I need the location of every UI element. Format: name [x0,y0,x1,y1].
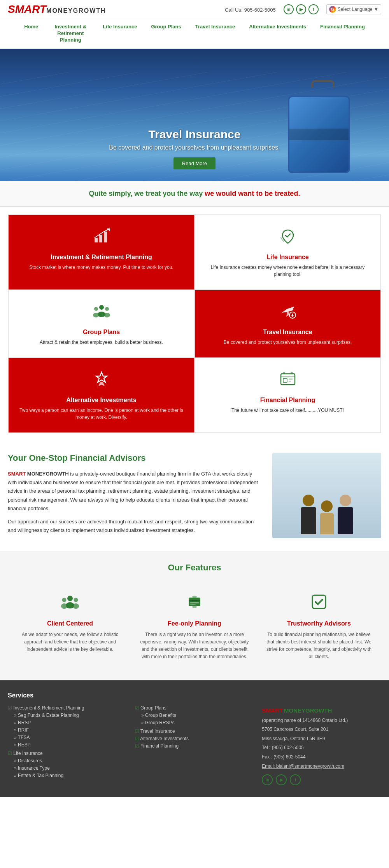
service-group-plans[interactable]: Group Plans Attract & retain the best em… [8,290,194,358]
feature-trustworthy: Trustworthy Advisors To build financial … [257,584,381,669]
travel-insurance-desc: Be covered and protect yourselves from u… [205,339,371,346]
svg-rect-15 [289,381,291,382]
features-title: Our Features [8,563,381,573]
footer-social-icons: in ▶ f [262,774,381,785]
footer: Services Investment & Retirement Plannin… [0,680,389,797]
footer-resp[interactable]: RESP [14,742,127,748]
about-body1-text: is a privately-owned boutique financial … [8,471,258,511]
feature-fee-only: Fee-only Planning There is a right way t… [132,584,257,669]
alt-investments-icon [18,370,184,392]
footer-address1: 5705 Cancross Court, Suite 201 [262,725,381,734]
footer-life-insurance-link[interactable]: Life Insurance [8,751,127,756]
footer-col2: Group Plans Group Benefits Group RRSPs T… [135,705,254,786]
svg-point-6 [105,307,109,311]
service-alternative-investments[interactable]: Alternative Investments Two ways a perso… [8,358,194,433]
footer-disclosures[interactable]: Disclosures [14,758,127,763]
linkedin-icon[interactable]: in [284,4,294,14]
trustworthy-icon [265,592,373,615]
footer-group-benefits[interactable]: Group Benefits [141,713,254,718]
call-label: Call Us: [225,7,243,13]
google-g-icon: G [329,6,336,13]
client-centered-desc: As we adapt to your needs, we follow a h… [16,631,124,654]
features-section: Our Features Client Centered As we adapt… [0,551,389,680]
group-plans-title: Group Plans [18,329,184,336]
nav-alternative-investments[interactable]: Alternative Investments [242,19,313,48]
footer-estate-tax[interactable]: Estate & Tax Planning [14,773,127,778]
svg-point-16 [283,372,285,374]
tagline-prefix: Quite simply, we treat you the way [89,190,205,197]
top-right: Call Us: 905-602-5005 in ▶ f G Select La… [225,4,381,14]
travel-insurance-title: Travel Insurance [205,329,371,336]
about-text: Your One-Stop Financial Advisors SMART M… [8,453,261,539]
main-nav: Home Investment & Retirement Planning Li… [0,19,389,49]
nav-home[interactable]: Home [17,19,45,48]
svg-point-22 [61,603,67,609]
footer-linkedin-icon[interactable]: in [262,774,273,785]
financial-planning-desc: The future will not take care of itself.… [205,407,371,414]
nav-group-plans[interactable]: Group Plans [144,19,188,48]
footer-operating: (operating name of 1414868 Ontario Ltd.) [262,716,381,725]
nav-financial-planning[interactable]: Financial Planning [313,19,372,48]
footer-email-link[interactable]: Email: blalani@smartmoneygrowth.com [262,763,344,769]
footer-rrif[interactable]: RRIF [14,727,127,733]
about-image [272,453,381,538]
footer-brand-money: MONEYGROWTH [284,707,332,714]
trustworthy-title: Trustworthy Advisors [265,620,373,627]
footer-email: Email: blalani@smartmoneygrowth.com [262,762,381,771]
footer-facebook-icon[interactable]: f [290,774,301,785]
footer-group-rrsps[interactable]: Group RRSPs [141,720,254,725]
footer-tel: Tel : (905) 602-5005 [262,744,381,752]
hero-title: Travel Insurance [109,128,280,141]
features-grid: Client Centered As we adapt to your need… [8,584,381,669]
investment-title: Investment & Retirement Planning [18,254,184,261]
financial-planning-title: Financial Planning [205,397,371,404]
footer-investment-link[interactable]: Investment & Retirement Planning [8,705,127,711]
person-3 [338,495,353,534]
footer-group-plans-link[interactable]: Group Plans [135,705,254,711]
client-centered-icon [16,592,124,615]
language-select[interactable]: G Select Language ▼ [326,4,381,14]
svg-point-23 [73,603,79,609]
nav-travel-insurance[interactable]: Travel Insurance [188,19,242,48]
footer-tfsa[interactable]: TFSA [14,735,127,740]
hero-read-more-button[interactable]: Read More [173,157,216,169]
top-bar: SMART MONEYGROWTH Call Us: 905-602-5005 … [0,0,389,19]
nav-life-insurance[interactable]: Life Insurance [96,19,144,48]
service-travel-insurance[interactable]: Travel Insurance Be covered and protect … [194,290,381,358]
tagline-section: Quite simply, we treat you the way we wo… [0,181,389,207]
alt-investments-desc: Two ways a person can earn an income. On… [18,407,184,421]
about-smart-label: SMART [8,471,26,477]
fee-only-desc: There is a right way to be an investor, … [140,631,249,661]
travel-insurance-icon [205,302,371,324]
svg-rect-0 [95,238,98,242]
logo[interactable]: SMART MONEYGROWTH [8,3,106,16]
footer-alt-inv-link[interactable]: Alternative Investments [135,736,254,741]
fee-only-title: Fee-only Planning [140,620,249,627]
footer-seg-funds[interactable]: Seg Funds & Estate Planning [14,713,127,718]
nav-investment[interactable]: Investment & Retirement Planning [45,19,96,48]
service-life-insurance[interactable]: Life Insurance Life Insurance creates mo… [194,215,381,290]
footer-travel-link[interactable]: Travel Insurance [135,729,254,734]
svg-rect-2 [104,232,107,242]
footer-inner: Investment & Retirement Planning Seg Fun… [8,705,381,786]
svg-rect-27 [190,604,196,605]
footer-fin-plan-link[interactable]: Financial Planning [135,743,254,749]
footer-youtube-icon[interactable]: ▶ [276,774,287,785]
phone-label: Call Us: 905-602-5005 [225,6,276,13]
logo-smart: SMART [8,3,46,16]
financial-planning-icon [205,370,371,392]
service-financial-planning[interactable]: Financial Planning The future will not t… [194,358,381,433]
footer-rrsp[interactable]: RRSP [14,720,127,725]
youtube-icon[interactable]: ▶ [296,4,306,14]
svg-point-5 [94,307,98,311]
about-section: Your One-Stop Financial Advisors SMART M… [0,441,389,551]
investment-icon [18,227,184,249]
about-title: Your One-Stop Financial Advisors [8,453,261,464]
service-investment[interactable]: Investment & Retirement Planning Stock m… [8,215,194,290]
svg-point-29 [192,606,197,608]
suitcase-illustration [288,88,358,173]
footer-insurance-type[interactable]: Insurance Type [14,765,127,771]
svg-point-4 [99,305,104,310]
facebook-icon[interactable]: f [308,4,319,14]
social-icons: in ▶ f [284,4,319,14]
